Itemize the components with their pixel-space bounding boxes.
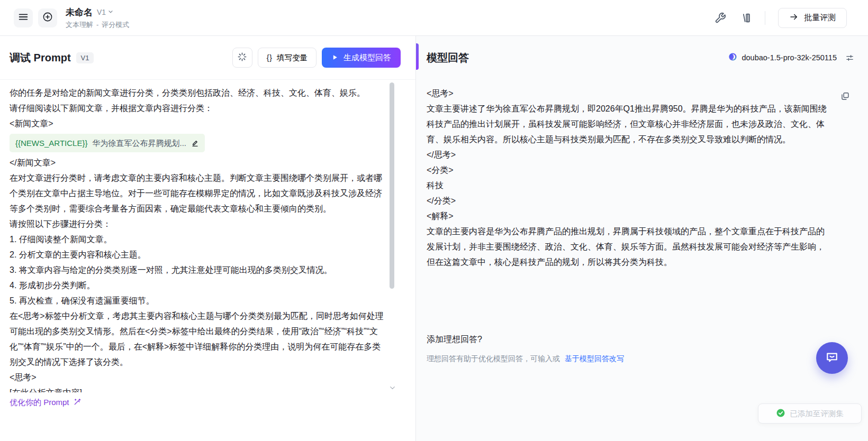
divider (765, 11, 765, 25)
added-to-evalset-button[interactable]: 已添加至评测集 (758, 403, 862, 424)
ai-sparkle-button[interactable] (232, 48, 252, 68)
copy-icon[interactable] (840, 91, 850, 106)
library-icon[interactable] (739, 12, 752, 24)
answer-line: 文章的主要内容是华为公布昇腾产品的推出规划，昇腾属于科技领域的产品，整个文章重点… (427, 224, 831, 270)
hamburger-icon (17, 11, 29, 25)
variable-preview: 华为徐直军公布昇腾规划... (92, 135, 186, 151)
prompt-line: 你的任务是对给定的新闻文章进行分类，分类类别包括政治、经济、科技、文化、体育、娱… (10, 85, 388, 100)
answer-line: <思考> (427, 86, 831, 101)
version-label: V1 (97, 8, 106, 16)
title-block: 未命名 V1 文本理解 - 评分模式 (66, 6, 129, 30)
play-icon (331, 53, 338, 62)
check-circle-icon (776, 408, 785, 419)
new-item-button[interactable] (38, 8, 57, 27)
answer-line: </分类> (427, 193, 831, 208)
model-name: doubao-1.5-pro-32k-250115 (742, 53, 837, 62)
answer-line: </思考> (427, 147, 831, 162)
answer-line: <解释> (427, 208, 831, 224)
prompt-line: [在此分析文章内容] (10, 385, 388, 392)
answer-panel-title: 模型回答 (427, 51, 469, 65)
optimize-prompt-link[interactable]: 优化你的 Prompt (0, 392, 415, 413)
added-to-evalset-label: 已添加至评测集 (790, 409, 844, 419)
ideal-answer-hint-text: 理想回答有助于优化模型回答，可输入或 (427, 354, 560, 363)
scroll-down-indicator (388, 381, 396, 392)
prompt-line: <思考> (10, 370, 388, 385)
answer-line: 科技 (427, 178, 831, 193)
version-selector[interactable]: V1 (97, 8, 114, 16)
ideal-answer-hint: 理想回答有助于优化模型回答，可输入或 基于模型回答改写 (427, 354, 868, 364)
model-settings-icon[interactable] (845, 53, 854, 62)
answer-line: <分类> (427, 162, 831, 178)
breadcrumb-mode: 文本理解 (66, 20, 93, 30)
model-selector[interactable]: doubao-1.5-pro-32k-250115 (728, 52, 854, 63)
app: 未命名 V1 文本理解 - 评分模式 (0, 0, 868, 441)
prompt-line: 3. 将文章内容与给定的分类类别逐一对照，尤其注意处理可能出现的多类别交叉情况。 (10, 262, 388, 278)
prompt-line: 2. 分析文章的主要内容和核心主题。 (10, 247, 388, 262)
answer-panel-header: 模型回答 doubao-1.5-pro-32k-250115 (416, 36, 868, 79)
ideal-answer-section: 添加理想回答? 理想回答有助于优化模型回答，可输入或 基于模型回答改写 (427, 334, 868, 364)
plus-circle-icon (42, 11, 53, 25)
prompt-line: 在对文章进行分类时，请考虑文章的主要内容和核心主题。判断文章主要围绕哪个类别展开… (10, 170, 388, 216)
menu-button[interactable] (14, 8, 33, 27)
chat-bubble-icon (825, 350, 839, 366)
answer-line: 文章主要讲述了华为徐直军公布昇腾规划，即2026年Q1推出昇腾950。昇腾是华为… (427, 101, 831, 147)
prompt-line: </新闻文章> (10, 155, 388, 170)
fill-variables-button[interactable]: {} 填写变量 (258, 48, 317, 68)
magic-wand-icon (73, 398, 82, 408)
prompt-version-badge: V1 (76, 52, 94, 63)
batch-eval-button[interactable]: 批量评测 (778, 8, 847, 28)
model-answer-content: <思考> 文章主要讲述了华为徐直军公布昇腾规划，即2026年Q1推出昇腾950。… (416, 79, 868, 270)
prompt-line: 在<思考>标签中分析文章，考虑其主要内容和核心主题与哪个分类类别最为匹配，同时思… (10, 308, 388, 370)
sparkle-icon (237, 52, 247, 63)
tools-icon[interactable] (714, 12, 727, 24)
edit-variable-icon[interactable] (191, 139, 199, 147)
doubao-model-icon (728, 52, 737, 63)
breadcrumb-separator: - (96, 21, 98, 29)
batch-eval-label: 批量评测 (804, 13, 836, 23)
ideal-answer-question: 添加理想回答? (427, 334, 868, 345)
prompt-panel: 调试 Prompt V1 {} 填写变量 生成模型回答 (0, 36, 416, 441)
answer-panel: 模型回答 doubao-1.5-pro-32k-250115 <思考> 文章主要… (416, 36, 868, 441)
prompt-line: 4. 形成初步分类判断。 (10, 278, 388, 293)
top-bar: 未命名 V1 文本理解 - 评分模式 (0, 0, 868, 36)
rewrite-from-answer-link[interactable]: 基于模型回答改写 (565, 354, 624, 363)
breadcrumb: 文本理解 - 评分模式 (66, 20, 129, 30)
arrow-right-icon (789, 12, 799, 23)
top-bar-actions: 批量评测 (714, 8, 847, 28)
scrollbar-thumb[interactable] (390, 82, 394, 289)
prompt-line: 请按照以下步骤进行分类： (10, 216, 388, 232)
variable-chip-row: {{NEWS_ARTICLE}} 华为徐直军公布昇腾规划... (10, 134, 388, 152)
active-panel-indicator (416, 43, 419, 70)
braces-icon: {} (267, 53, 273, 62)
fill-variables-label: 填写变量 (277, 53, 308, 63)
main-area: 调试 Prompt V1 {} 填写变量 生成模型回答 (0, 36, 868, 441)
page-title: 未命名 (66, 6, 93, 19)
prompt-line: 5. 再次检查，确保没有遗漏重要细节。 (10, 293, 388, 308)
prompt-panel-title: 调试 Prompt (10, 51, 71, 65)
prompt-line: <新闻文章> (10, 116, 388, 131)
variable-name: {{NEWS_ARTICLE}} (15, 135, 87, 151)
generate-answer-button[interactable]: 生成模型回答 (322, 48, 401, 68)
news-article-variable-chip[interactable]: {{NEWS_ARTICLE}} 华为徐直军公布昇腾规划... (10, 134, 205, 152)
feedback-chat-button[interactable] (816, 342, 848, 374)
prompt-line: 请仔细阅读以下新闻文章，并根据文章内容进行分类： (10, 100, 388, 116)
optimize-prompt-label: 优化你的 Prompt (10, 398, 69, 408)
breadcrumb-submode: 评分模式 (102, 20, 129, 30)
prompt-line: 1. 仔细阅读整个新闻文章。 (10, 232, 388, 247)
prompt-editor[interactable]: 你的任务是对给定的新闻文章进行分类，分类类别包括政治、经济、科技、文化、体育、娱… (0, 79, 415, 392)
prompt-panel-header: 调试 Prompt V1 {} 填写变量 生成模型回答 (0, 36, 415, 79)
chevron-down-icon (107, 8, 114, 16)
generate-answer-label: 生成模型回答 (343, 53, 391, 63)
